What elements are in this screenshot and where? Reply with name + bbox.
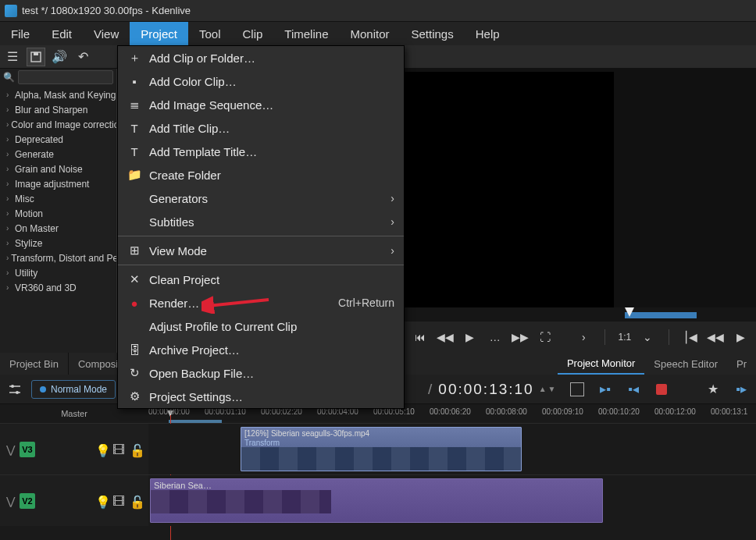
menu-view[interactable]: View xyxy=(83,22,130,45)
expand-icon[interactable]: ⋁ xyxy=(6,495,15,507)
time-label: 00:00:13:1 xyxy=(711,407,747,416)
menu-clip[interactable]: Clip xyxy=(232,22,274,45)
settings-sliders-icon[interactable] xyxy=(5,379,25,400)
effect-category[interactable]: ›On Master xyxy=(0,221,116,236)
menu-item-project-settings[interactable]: ⚙Project Settings… xyxy=(118,385,404,408)
hamburger-icon[interactable]: ☰ xyxy=(3,48,22,66)
track-content-v3[interactable]: [126%] Siberian seagulls-30fps.mp4 Trans… xyxy=(148,424,756,474)
insert-tool-icon[interactable]: ▸▪ xyxy=(595,379,615,400)
effect-category[interactable]: ›Utility xyxy=(0,265,116,280)
track-badge[interactable]: V2 xyxy=(20,493,35,509)
track-head-v2[interactable]: ⋁ V2 💡 🎞 🔓 xyxy=(0,475,148,526)
menu-item-add-image-sequence[interactable]: ≣Add Image Sequence… xyxy=(118,93,404,116)
effects-search-input[interactable] xyxy=(18,70,113,84)
menu-item-add-clip-or-folder[interactable]: ＋Add Clip or Folder… xyxy=(118,46,404,69)
menu-item-archive-project[interactable]: 🗄Archive Project… xyxy=(118,338,404,361)
track-badge[interactable]: V3 xyxy=(20,442,35,457)
play2-icon[interactable]: ▶ xyxy=(732,329,749,346)
cut-tool-icon[interactable] xyxy=(651,379,672,400)
submenu-arrow-icon: › xyxy=(390,215,394,228)
effect-category[interactable]: ›Color and Image correction xyxy=(0,117,116,132)
search-icon[interactable]: 🔍 xyxy=(3,72,15,83)
menu-settings[interactable]: Settings xyxy=(401,22,465,45)
master-track-label[interactable]: Master xyxy=(0,409,148,418)
menu-item-label: Add Clip or Folder… xyxy=(149,52,394,65)
undo-icon[interactable]: ↶ xyxy=(73,48,92,66)
expand-icon[interactable]: ⋁ xyxy=(6,443,15,456)
volume-icon[interactable]: 🔊 xyxy=(50,48,69,66)
clip-siberian-sea[interactable]: Siberian Sea… xyxy=(150,478,603,523)
chevron-right-icon: › xyxy=(6,105,12,114)
tab-project-monitor[interactable]: Project Monitor xyxy=(558,353,644,375)
pause-dot-icon[interactable]: … xyxy=(487,329,504,346)
effects-tree[interactable]: ›Alpha, Mask and Keying›Blur and Sharpen… xyxy=(0,86,116,297)
effect-category[interactable]: ›Blur and Sharpen xyxy=(0,102,116,117)
effect-category[interactable]: ›Alpha, Mask and Keying xyxy=(0,87,116,102)
menu-monitor[interactable]: Monitor xyxy=(339,22,400,45)
menu-project[interactable]: Project xyxy=(130,22,188,45)
menu-item-render[interactable]: ●Render…Ctrl+Return xyxy=(118,291,404,314)
save-icon[interactable] xyxy=(27,48,45,66)
menu-item-clean-project[interactable]: ✕Clean Project xyxy=(118,268,404,291)
skip-start-icon[interactable]: ⏮ xyxy=(412,329,429,346)
chevron-down-icon[interactable]: ⌄ xyxy=(639,329,656,346)
film-icon[interactable]: 🎞 xyxy=(112,495,125,507)
forward-icon[interactable]: ▶▶ xyxy=(512,329,529,346)
track-content-v2[interactable]: Siberian Sea… xyxy=(148,475,756,526)
menu-help[interactable]: Help xyxy=(465,22,511,45)
menu-file[interactable]: File xyxy=(0,22,41,45)
overwrite-tool-icon[interactable]: ▪◂ xyxy=(623,379,644,400)
titlebar: test */ 1080x1920 30.00fps - Kdenlive xyxy=(0,0,756,22)
effect-category[interactable]: ›Image adjustment xyxy=(0,176,116,191)
play-icon[interactable]: ▶ xyxy=(462,329,479,346)
effect-category[interactable]: ›Grain and Noise xyxy=(0,162,116,176)
edit-mode-selector[interactable]: Normal Mode xyxy=(31,380,116,399)
clip-seagulls[interactable]: [126%] Siberian seagulls-30fps.mp4 Trans… xyxy=(241,427,522,471)
menu-item-generators[interactable]: Generators› xyxy=(118,187,404,210)
chevron-right-icon[interactable]: › xyxy=(575,329,592,346)
tab-speech-editor[interactable]: Speech Editor xyxy=(644,353,727,375)
mute-icon[interactable]: 💡 xyxy=(95,443,108,456)
menu-item-subtitles[interactable]: Subtitles› xyxy=(118,210,404,233)
effect-category[interactable]: ›Misc xyxy=(0,191,116,206)
effect-label: Motion xyxy=(15,208,43,219)
timecode-spinner-icon[interactable]: ▲▼ xyxy=(539,386,558,392)
effect-category[interactable]: ›Transform, Distort and Perspective xyxy=(0,250,116,265)
crop-icon[interactable]: ⛶ xyxy=(537,329,554,346)
film-icon[interactable]: 🎞 xyxy=(112,443,125,456)
menu-item-open-backup-file[interactable]: ↻Open Backup File… xyxy=(118,361,404,385)
monitor-ruler[interactable] xyxy=(405,307,756,322)
mute-icon[interactable]: 💡 xyxy=(95,495,108,507)
tab-project-bin[interactable]: Project Bin xyxy=(0,353,69,375)
lock-icon[interactable]: 🔓 xyxy=(130,495,142,507)
menu-edit[interactable]: Edit xyxy=(41,22,83,45)
timeline-timecode[interactable]: / 00:00:13:10 ▲▼ xyxy=(428,381,557,398)
zoom-ratio[interactable]: 1:1 xyxy=(618,332,631,343)
tab-truncated[interactable]: Pr xyxy=(727,353,756,375)
menu-item-create-folder[interactable]: 📁Create Folder xyxy=(118,163,404,187)
menu-item-view-mode[interactable]: ⊞View Mode› xyxy=(118,239,404,262)
effect-category[interactable]: ›VR360 and 3D xyxy=(0,280,116,295)
effect-category[interactable]: ›Motion xyxy=(0,206,116,221)
effect-category[interactable]: ›Generate xyxy=(0,147,116,162)
favorite-icon[interactable]: ★ xyxy=(703,379,723,400)
menu-item-add-color-clip[interactable]: ▪Add Color Clip… xyxy=(118,69,404,93)
monitor-zone[interactable] xyxy=(625,312,697,318)
lock-icon[interactable]: 🔓 xyxy=(130,443,142,456)
menu-item-adjust-profile-to-current-clip[interactable]: Adjust Profile to Current Clip xyxy=(118,314,404,338)
track-v2: ⋁ V2 💡 🎞 🔓 Siberian Sea… xyxy=(0,474,756,526)
menu-item-add-template-title[interactable]: TAdd Template Title… xyxy=(118,140,404,163)
effect-category[interactable]: ›Stylize xyxy=(0,236,116,250)
rewind2-icon[interactable]: ◀◀ xyxy=(707,329,724,346)
rewind-icon[interactable]: ◀◀ xyxy=(437,329,454,346)
preview-insert-icon[interactable]: ▪▸ xyxy=(731,379,751,400)
timeline-zone[interactable] xyxy=(169,420,222,423)
frame-icon[interactable] xyxy=(567,379,587,400)
skip-prev-icon[interactable]: ⎮◀ xyxy=(682,329,699,346)
effect-category[interactable]: ›Deprecated xyxy=(0,132,116,147)
menu-timeline[interactable]: Timeline xyxy=(273,22,339,45)
track-head-v3[interactable]: ⋁ V3 💡 🎞 🔓 xyxy=(0,424,148,474)
menu-tool[interactable]: Tool xyxy=(188,22,232,45)
menu-item-add-title-clip[interactable]: TAdd Title Clip… xyxy=(118,116,404,140)
effect-label: Blur and Sharpen xyxy=(15,105,87,115)
